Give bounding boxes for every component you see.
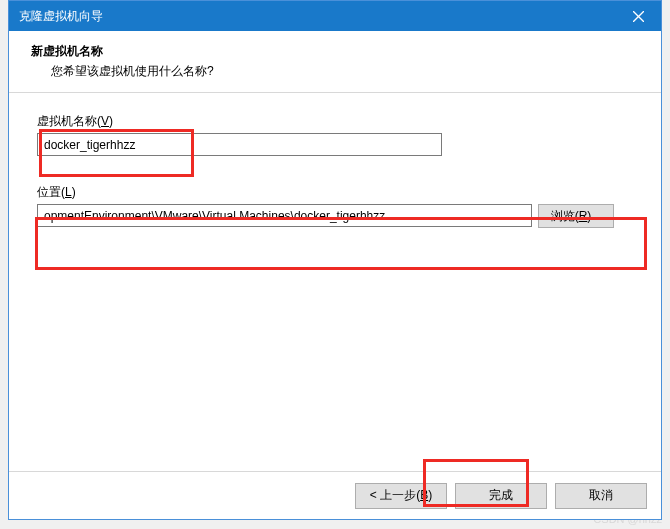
page-subtitle: 您希望该虚拟机使用什么名称? [51, 63, 641, 80]
finish-button[interactable]: 完成 [455, 483, 547, 509]
vm-location-group: 位置(L) 浏览(R)... [37, 184, 633, 228]
vm-name-input[interactable] [37, 133, 442, 156]
cancel-button[interactable]: 取消 [555, 483, 647, 509]
vm-location-input[interactable] [37, 204, 532, 227]
page-title: 新虚拟机名称 [31, 43, 641, 60]
close-button[interactable] [616, 1, 661, 31]
browse-button[interactable]: 浏览(R)... [538, 204, 614, 228]
vm-name-group: 虚拟机名称(V) [37, 113, 633, 156]
back-button[interactable]: < 上一步(B) [355, 483, 447, 509]
vm-name-label: 虚拟机名称(V) [37, 113, 113, 130]
vm-location-label: 位置(L) [37, 184, 76, 201]
clone-vm-wizard-dialog: 克隆虚拟机向导 新虚拟机名称 您希望该虚拟机使用什么名称? 虚拟机名称(V) 位… [8, 0, 662, 520]
close-icon [633, 11, 644, 22]
wizard-header: 新虚拟机名称 您希望该虚拟机使用什么名称? [9, 31, 661, 93]
content-area: 虚拟机名称(V) 位置(L) 浏览(R)... [9, 93, 661, 471]
titlebar: 克隆虚拟机向导 [9, 1, 661, 31]
button-bar: < 上一步(B) 完成 取消 [9, 471, 661, 519]
dialog-title: 克隆虚拟机向导 [19, 8, 103, 25]
